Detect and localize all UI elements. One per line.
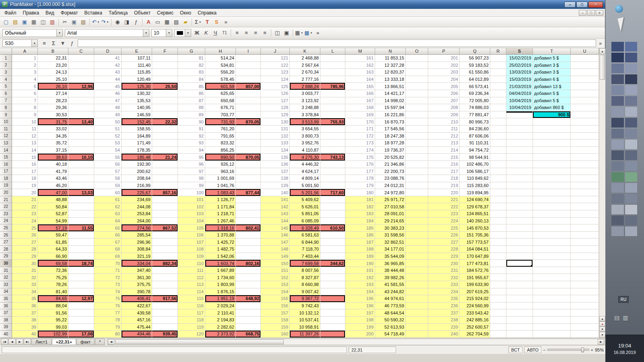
cell-D27[interactable]: 67 <box>94 239 122 246</box>
cell-H2[interactable]: 534,81 <box>205 62 236 69</box>
cell-K2[interactable]: 2 567,64 <box>290 62 320 69</box>
cell-R7[interactable] <box>490 97 506 105</box>
cell-O32[interactable] <box>406 274 428 281</box>
row-header-20[interactable]: 20 <box>0 189 12 196</box>
vertical-text-button[interactable]: T1 <box>220 29 229 37</box>
cell-J10[interactable]: 130 <box>261 118 290 125</box>
row-header-5[interactable]: 5 <box>0 83 12 90</box>
cell-G17[interactable]: 97 <box>178 168 205 175</box>
row-header-35[interactable]: 35 <box>0 295 12 302</box>
cell-B32[interactable]: 75,25 <box>38 274 68 281</box>
cell-G9[interactable]: 89 <box>178 111 205 119</box>
cell-D21[interactable]: 61 <box>94 196 122 204</box>
cell-U40[interactable] <box>571 331 599 338</box>
cell-B7[interactable]: 28,23 <box>38 97 68 105</box>
cell-J30[interactable]: 150 <box>261 260 290 267</box>
cell-N7[interactable]: 14 998,02 <box>375 97 406 105</box>
align-left-button[interactable]: ≡ <box>233 29 242 37</box>
cell-R9[interactable] <box>490 111 506 119</box>
cell-Q13[interactable]: 91 110,31 <box>460 140 490 147</box>
cell-D31[interactable]: 71 <box>94 267 122 274</box>
cell-Q5[interactable]: 66 573,41 <box>460 83 490 90</box>
cell-K30[interactable]: 7 699,58 <box>290 260 320 267</box>
cell-Q28[interactable]: 164 084,51 <box>460 246 490 253</box>
cell-C25[interactable]: 11,55 <box>68 224 94 232</box>
row-header-22[interactable]: 22 <box>0 203 12 210</box>
cell-F19[interactable] <box>152 182 178 189</box>
cell-S9[interactable] <box>506 111 533 119</box>
cell-R5[interactable] <box>490 83 506 90</box>
cell-H11[interactable]: 761,20 <box>205 125 236 133</box>
cell-M28[interactable]: 188 <box>345 246 375 253</box>
cell-B20[interactable]: 47,00 <box>38 189 68 196</box>
cell-A25[interactable]: 25 <box>12 224 38 232</box>
cell-C40[interactable]: 17,08 <box>68 331 94 338</box>
cell-P25[interactable]: 225 <box>428 224 460 232</box>
cell-I26[interactable] <box>236 232 261 239</box>
cell-C33[interactable] <box>68 281 94 288</box>
cell-D30[interactable]: 70 <box>94 260 122 267</box>
cell-T4[interactable]: добавил 6 $ <box>533 76 571 83</box>
cell-S37[interactable] <box>506 309 533 317</box>
scroll-left-icon[interactable]: ◀ <box>108 339 114 345</box>
cell-G35[interactable]: 115 <box>178 295 205 302</box>
cell-G40[interactable]: 120 <box>178 331 205 338</box>
cell-M37[interactable]: 197 <box>345 309 375 317</box>
cell-I11[interactable] <box>236 125 261 133</box>
cell-P28[interactable]: 228 <box>428 246 460 253</box>
cell-A24[interactable]: 24 <box>12 218 38 225</box>
cell-C37[interactable] <box>68 309 94 317</box>
column-header-C[interactable]: C <box>68 48 94 55</box>
cell-R10[interactable] <box>490 118 506 125</box>
cell-B22[interactable]: 50,84 <box>38 203 68 210</box>
cell-E30[interactable]: 334,04 <box>122 260 152 267</box>
cell-P23[interactable]: 223 <box>428 210 460 218</box>
cell-L21[interactable] <box>320 196 345 204</box>
cell-E19[interactable]: 216,99 <box>122 182 152 189</box>
cell-N40[interactable]: 54 718,49 <box>375 331 406 338</box>
cell-T37[interactable] <box>533 309 571 317</box>
cell-N39[interactable]: 52 613,93 <box>375 324 406 331</box>
cell-I40[interactable]: 668,75 <box>236 331 261 338</box>
cell-name-box[interactable]: S30 ▼ <box>2 39 38 47</box>
cell-D11[interactable]: 51 <box>94 125 122 133</box>
cell-T2[interactable]: добавил 3 $ <box>533 62 571 69</box>
cell-H40[interactable]: 2 373,92 <box>205 331 236 338</box>
cell-Q30[interactable]: 177 473,81 <box>460 260 490 267</box>
cell-U1[interactable] <box>571 55 599 62</box>
new-document-icon[interactable]: ▢ <box>2 18 10 26</box>
row-header-6[interactable]: 6 <box>0 90 12 97</box>
column-header-B[interactable]: B <box>38 48 68 55</box>
cell-T36[interactable] <box>533 302 571 310</box>
cell-G27[interactable]: 107 <box>178 239 205 246</box>
font-combo[interactable]: Arial ▼ <box>65 29 149 37</box>
cell-O23[interactable] <box>406 210 428 218</box>
cell-K6[interactable]: 3 003,77 <box>290 90 320 97</box>
cell-O36[interactable] <box>406 302 428 310</box>
cell-F23[interactable] <box>152 210 178 218</box>
row-header-12[interactable]: 12 <box>0 133 12 140</box>
cell-C10[interactable]: 13,40 <box>68 118 94 125</box>
cell-L33[interactable] <box>320 281 345 288</box>
cell-I9[interactable] <box>236 111 261 119</box>
cell-T1[interactable]: добавил 5 $ <box>533 55 571 62</box>
row-header-16[interactable]: 16 <box>0 161 12 168</box>
merge-center-button[interactable]: ◫ <box>273 29 282 37</box>
cell-D37[interactable]: 77 <box>94 309 122 317</box>
cell-Q14[interactable]: 94 754,72 <box>460 147 490 154</box>
cell-O29[interactable] <box>406 253 428 260</box>
cell-C20[interactable]: 13,03 <box>68 189 94 196</box>
menu-item-Файл[interactable]: Файл <box>1 9 20 16</box>
menu-item-Таблица[interactable]: Таблица <box>105 9 131 16</box>
cell-C3[interactable] <box>68 69 94 76</box>
cell-C22[interactable] <box>68 203 94 210</box>
cell-E11[interactable]: 158,55 <box>122 125 152 133</box>
cell-Q27[interactable]: 157 773,57 <box>460 239 490 246</box>
cell-U34[interactable] <box>571 288 599 296</box>
cell-S22[interactable] <box>506 203 533 210</box>
cell-S14[interactable] <box>506 147 533 154</box>
cell-A23[interactable]: 23 <box>12 210 38 218</box>
cell-M14[interactable]: 174 <box>345 147 375 154</box>
cell-H39[interactable]: 2 282,62 <box>205 324 236 331</box>
cell-H6[interactable]: 625,65 <box>205 90 236 97</box>
